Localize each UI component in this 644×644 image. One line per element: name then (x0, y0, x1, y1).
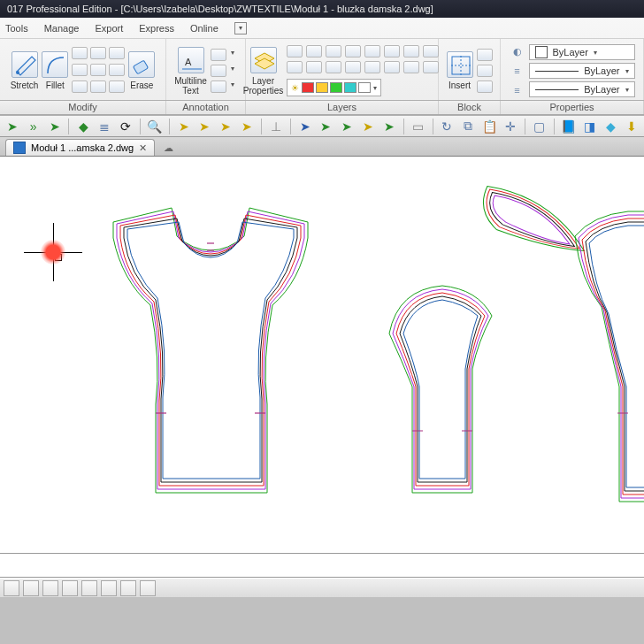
nav-g-1[interactable]: ➤ (317, 118, 334, 135)
tab-online[interactable]: Online (190, 23, 218, 34)
nav-y-1[interactable]: ➤ (175, 118, 193, 135)
tool-axis[interactable]: ⊥ (267, 118, 285, 135)
lay-mini-6[interactable] (384, 45, 400, 58)
lay-mini-5[interactable] (364, 45, 380, 58)
lay-mini-8[interactable] (423, 45, 439, 58)
mod-mini-1[interactable] (72, 47, 88, 59)
list-properties-icon-2[interactable]: ≡ (510, 82, 525, 98)
lay-mini-14[interactable] (384, 61, 400, 73)
lay-mini-15[interactable] (403, 61, 419, 73)
nav-y-4[interactable]: ➤ (238, 118, 256, 135)
fillet-label: Fillet (46, 80, 65, 90)
stretch-tool-icon[interactable] (12, 51, 38, 78)
document-tab[interactable]: Moduł 1 ...amska 2.dwg ✕ (5, 139, 155, 156)
tab-overflow-icon[interactable]: ☁ (160, 140, 176, 156)
mod-mini-7[interactable] (72, 80, 88, 93)
color-selector[interactable]: ByLayer ▾ (529, 44, 635, 60)
linetype-selector[interactable]: ByLayer ▾ (529, 81, 635, 97)
lay-mini-1[interactable] (287, 45, 303, 58)
panel-layers: Layer Properties (246, 39, 439, 100)
status-btn-8[interactable] (140, 580, 156, 596)
status-btn-3[interactable] (42, 580, 58, 596)
mod-mini-2[interactable] (90, 47, 106, 59)
chevron-down-icon[interactable]: ▾ (228, 65, 237, 77)
separator (261, 119, 262, 134)
anno-mini-3[interactable] (211, 80, 226, 93)
lay-mini-10[interactable] (306, 61, 322, 73)
lay-mini-3[interactable] (326, 45, 341, 58)
match-properties-icon[interactable]: ◐ (510, 43, 525, 59)
nav-g-3[interactable]: ➤ (380, 118, 398, 135)
close-icon[interactable]: ✕ (139, 142, 147, 154)
nav-y-2[interactable]: ➤ (196, 118, 213, 135)
tool-paste[interactable]: 📋 (480, 118, 498, 135)
chevron-down-icon[interactable]: ▾ (228, 80, 237, 93)
tool-list[interactable]: ≣ (96, 118, 113, 135)
chevron-down-icon[interactable]: ▾ (228, 49, 237, 61)
anno-mini-1[interactable] (211, 49, 226, 61)
block-mini-2[interactable] (477, 65, 493, 77)
status-btn-7[interactable] (120, 580, 136, 596)
lay-mini-16[interactable] (423, 61, 439, 73)
mod-mini-8[interactable] (90, 80, 106, 93)
drawing-canvas[interactable] (0, 157, 644, 553)
document-tab-bar: Moduł 1 ...amska 2.dwg ✕ ☁ (0, 137, 644, 157)
lay-mini-4[interactable] (345, 45, 361, 58)
tab-manage[interactable]: Manage (44, 23, 80, 34)
erase-tool-icon[interactable] (128, 51, 155, 78)
status-btn-5[interactable] (81, 580, 97, 596)
mod-mini-3[interactable] (109, 47, 125, 59)
status-btn-6[interactable] (101, 580, 117, 596)
tool-window[interactable]: ▢ (531, 118, 548, 135)
anno-mini-2[interactable] (211, 65, 226, 77)
command-line[interactable] (0, 553, 644, 578)
block-mini-3[interactable] (477, 80, 493, 93)
layer-properties-icon[interactable] (250, 47, 277, 73)
nav-g-2[interactable]: ➤ (338, 118, 356, 135)
nav-arrow-3[interactable]: ➤ (46, 118, 64, 135)
mod-mini-5[interactable] (90, 64, 106, 76)
tool-disk[interactable]: ◆ (602, 118, 619, 135)
tool-zoom[interactable]: 🔍 (146, 118, 164, 135)
list-properties-icon[interactable]: ≡ (510, 63, 525, 79)
lay-mini-12[interactable] (345, 61, 361, 73)
status-btn-4[interactable] (62, 580, 78, 596)
fillet-tool-icon[interactable] (42, 51, 68, 78)
mod-mini-4[interactable] (72, 64, 88, 76)
nav-b-1[interactable]: ➤ (296, 118, 314, 135)
tab-express[interactable]: Express (139, 23, 174, 34)
tool-rect[interactable]: ▭ (410, 118, 427, 135)
mtext-tool-icon[interactable]: A (178, 47, 204, 73)
lay-mini-13[interactable] (364, 61, 380, 73)
quick-toolbar: ➤ » ➤ ◆ ≣ ⟳ 🔍 ➤ ➤ ➤ ➤ ⊥ ➤ ➤ ➤ ➤ ➤ ▭ ↻ ⧉ … (0, 116, 644, 137)
tool-rotate[interactable]: ↻ (439, 118, 456, 135)
lay-mini-7[interactable] (403, 45, 419, 58)
tool-layer-iso[interactable]: ◆ (74, 118, 92, 135)
mod-mini-9[interactable] (109, 80, 125, 93)
status-btn-1[interactable] (4, 580, 19, 596)
chevron-down-icon: ▾ (373, 84, 377, 92)
block-mini-1[interactable] (477, 49, 493, 61)
tab-overflow-icon[interactable]: ▾ (234, 22, 247, 34)
chevron-down-icon: ▾ (594, 49, 597, 57)
nav-arrow-1[interactable]: ➤ (4, 118, 21, 135)
layer-selector[interactable]: ☀ ▾ (287, 79, 381, 96)
lineweight-selector[interactable]: ByLayer ▾ (529, 63, 635, 79)
tab-export[interactable]: Export (95, 23, 123, 34)
status-btn-2[interactable] (23, 580, 39, 596)
tool-refresh[interactable]: ⟳ (117, 118, 134, 135)
tool-book[interactable]: 📘 (560, 118, 578, 135)
lay-mini-2[interactable] (306, 45, 322, 58)
tool-copy[interactable]: ⧉ (459, 118, 477, 135)
tool-box[interactable]: ◨ (580, 118, 598, 135)
nav-y-5[interactable]: ➤ (359, 118, 377, 135)
lay-mini-11[interactable] (326, 61, 341, 73)
mod-mini-6[interactable] (109, 64, 125, 76)
nav-arrow-2[interactable]: » (25, 118, 42, 135)
tab-tools[interactable]: Tools (5, 23, 28, 34)
tool-target[interactable]: ✛ (502, 118, 519, 135)
tool-export[interactable]: ⬇ (623, 118, 640, 135)
lay-mini-9[interactable] (287, 61, 303, 73)
nav-y-3[interactable]: ➤ (217, 118, 234, 135)
insert-block-icon[interactable] (447, 51, 473, 78)
